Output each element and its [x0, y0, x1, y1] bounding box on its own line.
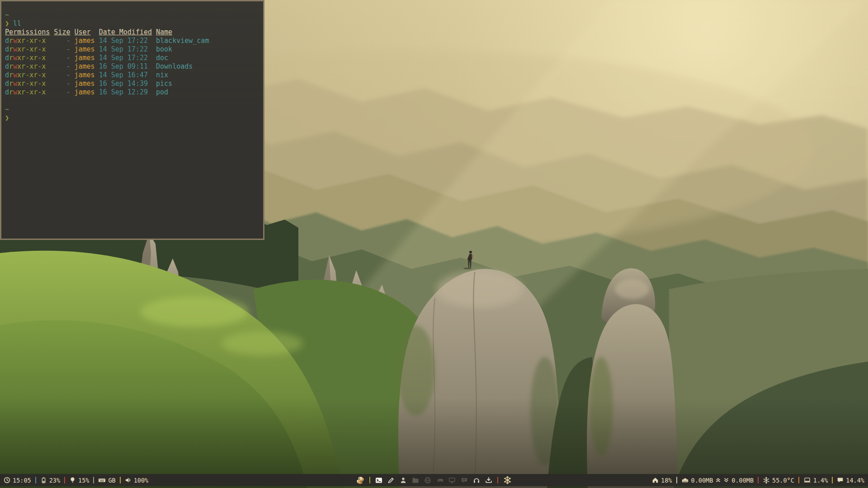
status-bar: 15:05 23% 15% GB 100%: [0, 474, 868, 486]
separator: [64, 477, 65, 483]
prompt-symbol: ❯: [5, 19, 9, 28]
clock-module: 15:05: [4, 477, 31, 484]
cpu-value: 1.4%: [813, 477, 828, 484]
cwd-path: ~: [5, 11, 9, 19]
battery-icon: [40, 477, 47, 483]
date-cell: 16 Sep 09:11: [99, 62, 152, 71]
separator: [35, 477, 36, 483]
cpu-module: 1.4%: [803, 477, 828, 484]
workspace-edit[interactable]: [387, 477, 395, 484]
workspace-web[interactable]: [424, 477, 431, 484]
permissions-cell: drwxr-xr-x: [5, 54, 50, 62]
user-cell: james: [74, 45, 94, 54]
date-cell: 14 Sep 17:22: [99, 37, 152, 45]
file-row: drwxr-xr-x - james 16 Sep 09:11 Download…: [5, 62, 259, 71]
separator: [497, 477, 498, 483]
permissions-cell: drwxr-xr-x: [5, 45, 50, 54]
upload-chevrons-icon: [715, 477, 721, 483]
file-row: drwxr-xr-x - james 14 Sep 16:47 nix: [5, 71, 259, 80]
brightness-value: 15%: [78, 477, 89, 484]
permissions-cell: drwxr-xr-x: [5, 88, 50, 97]
temperature-snowflake-icon: [763, 477, 770, 484]
size-cell: -: [54, 45, 70, 54]
prompt-symbol: ❯: [5, 114, 9, 122]
workspace-files[interactable]: [412, 477, 419, 484]
network-rx-value: 0.00MB: [691, 477, 713, 484]
workspace-downloads[interactable]: [485, 477, 492, 484]
monitor-icon: [448, 477, 456, 484]
file-row: drwxr-xr-x - james 16 Sep 12:29 pod: [5, 88, 259, 97]
name-cell: pod: [156, 88, 168, 97]
workspace-user[interactable]: [400, 477, 407, 484]
memory-module: 18%: [652, 477, 672, 484]
download-icon: [485, 477, 492, 484]
date-cell: 14 Sep 17:22: [99, 54, 152, 62]
user-cell: james: [74, 88, 94, 97]
separator: [120, 477, 121, 483]
disk-module: 14.4%: [837, 477, 864, 484]
speaker-icon: [125, 477, 132, 483]
lightbulb-icon: [69, 477, 76, 483]
file-row: drwxr-xr-x - james 14 Sep 17:22 blackvie…: [5, 37, 259, 45]
memory-value: 18%: [661, 477, 672, 484]
separator: [369, 477, 370, 483]
user-cell: james: [74, 80, 94, 88]
date-cell: 14 Sep 17:22: [99, 45, 152, 54]
battery-module: 23%: [40, 477, 60, 484]
bar-left-modules: 15:05 23% 15% GB 100%: [4, 477, 148, 484]
clock-value: 15:05: [13, 477, 31, 484]
bar-center-modules: [356, 476, 512, 484]
permissions-cell: drwxr-xr-x: [5, 62, 50, 71]
terminal-window[interactable]: ~ ❯ ll Permissions Size User Date Modifi…: [0, 0, 264, 240]
person-icon: [400, 477, 407, 484]
size-cell: -: [54, 54, 70, 62]
file-row: drwxr-xr-x - james 16 Sep 14:39 pics: [5, 80, 259, 88]
disk-value: 14.4%: [846, 477, 864, 484]
workspace-games[interactable]: [436, 477, 443, 484]
name-cell: doc: [156, 54, 168, 62]
battery-value: 23%: [49, 477, 60, 484]
size-cell: -: [54, 71, 70, 80]
globe-icon: [424, 477, 431, 484]
folder-icon: [412, 477, 419, 484]
permissions-cell: drwxr-xr-x: [5, 71, 50, 80]
date-cell: 16 Sep 14:39: [99, 80, 152, 88]
command-line: ❯ ll: [5, 19, 259, 28]
volume-value: 100%: [134, 477, 149, 484]
workspace-monitor[interactable]: [448, 477, 456, 484]
volume-module: 100%: [125, 477, 149, 484]
workspace-audio[interactable]: [473, 477, 480, 484]
size-cell: -: [54, 62, 70, 71]
download-chevrons-icon: [723, 477, 729, 483]
keyboard-icon: [98, 477, 106, 483]
keyboard-layout-module: GB: [98, 477, 115, 484]
header-name: Name: [156, 28, 172, 37]
temperature-value: 55.0°C: [772, 477, 794, 484]
cwd-line: ~: [5, 105, 259, 114]
header-user: User: [74, 28, 94, 37]
user-cell: james: [74, 54, 94, 62]
name-cell: nix: [156, 71, 168, 80]
date-cell: 16 Sep 12:29: [99, 88, 152, 97]
header-permissions: Permissions: [5, 28, 50, 37]
chat-icon: [461, 477, 468, 484]
file-row: drwxr-xr-x - james 14 Sep 17:22 book: [5, 45, 259, 54]
size-cell: -: [54, 88, 70, 97]
network-tx-value: 0.00MB: [731, 477, 754, 484]
pencil-icon: [387, 477, 395, 484]
clock-icon: [4, 477, 10, 483]
bar-right-modules: 18% 0.00MB 0.00MB 55.0°C 1.4% 14.4%: [652, 477, 864, 484]
python-tray-icon[interactable]: [356, 476, 364, 484]
workspace-terminal[interactable]: [375, 477, 382, 484]
laptop-icon: [803, 477, 811, 483]
terminal-icon: [375, 477, 382, 484]
header-size: Size: [54, 28, 70, 37]
nix-snowflake-tray[interactable]: [503, 476, 512, 484]
header-date-modified: Date Modified: [99, 28, 152, 37]
network-module: 0.00MB 0.00MB: [681, 477, 754, 484]
separator: [676, 477, 677, 483]
size-cell: -: [54, 37, 70, 45]
workspace-chat[interactable]: [461, 477, 468, 484]
prompt-line: ❯: [5, 114, 259, 122]
name-cell: pics: [156, 80, 172, 88]
